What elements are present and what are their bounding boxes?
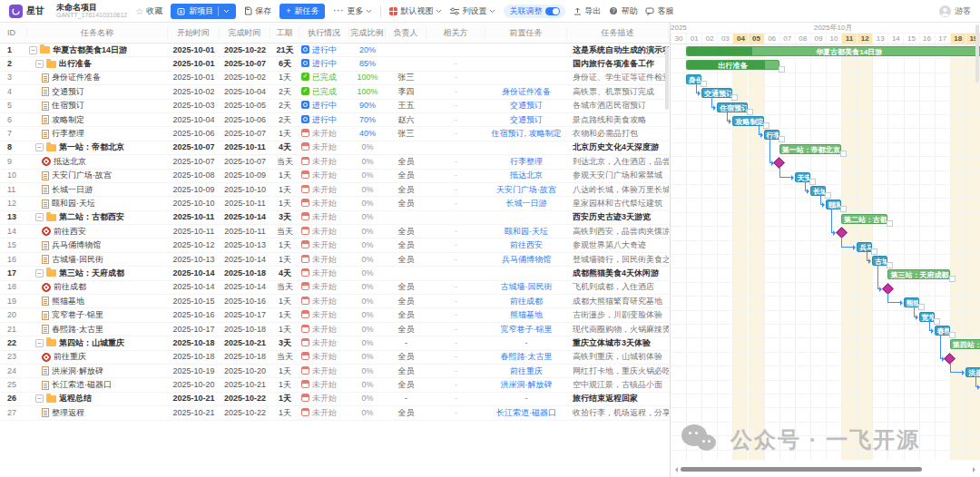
gantt-bar-task[interactable]: 春熙路·太古里 [935, 326, 950, 336]
gantt-bar-task[interactable]: 长城一日游 [810, 186, 826, 196]
table-row[interactable]: 17−第三站：天府成都2025-10-142025-10-184天未开始0%成都… [0, 267, 670, 280]
table-row[interactable]: 3身份证件准备2025-10-012025-10-021天已完成100%张三-身… [0, 72, 670, 85]
gantt-bar-task[interactable]: 行李整理 [764, 130, 779, 140]
predecessor-link[interactable]: 天安门广场·故宫 [485, 183, 567, 197]
predecessor-link[interactable]: - [485, 392, 567, 405]
predecessor-link[interactable]: 行李整理 [485, 155, 567, 169]
table-row[interactable]: 13−第二站：古都西安2025-10-112025-10-143天未开始0%西安… [0, 211, 670, 225]
predecessor-link[interactable]: 前往成都 [485, 295, 567, 308]
expand-toggle[interactable]: − [35, 60, 44, 68]
gantt-bar-group[interactable]: 第四站：山城重庆 [950, 339, 980, 349]
bar-resize-handle[interactable] [918, 304, 925, 310]
bar-resize-handle[interactable] [887, 262, 893, 268]
table-row[interactable]: 18前往成都2025-10-142025-10-14当天未开始0%全员-古城墙·… [0, 281, 670, 295]
predecessor-link[interactable]: - [485, 336, 567, 350]
gantt-bar-group[interactable]: 华夏古都美食14日游 [686, 46, 980, 56]
gantt-bar-task[interactable]: 住宿预订 [717, 102, 748, 112]
table-row[interactable]: 5住宿预订2025-10-032025-10-052天进行中90%王五-交通预订… [0, 100, 670, 113]
table-row[interactable]: 12颐和园·天坛2025-10-102025-10-111天未开始0%全员-长城… [0, 197, 670, 210]
bar-resize-handle[interactable] [779, 136, 785, 142]
predecessor-link[interactable]: 住宿预订, 攻略制定 [485, 127, 567, 141]
predecessor-link[interactable]: 颐和园·天坛 [485, 225, 567, 238]
table-row[interactable]: 1−华夏古都美食14日游2025-10-012025-10-2221天进行中20… [0, 44, 670, 57]
table-row[interactable]: 27整理返程2025-10-212025-10-221天未开始0%全员-长江索道… [0, 406, 670, 420]
bar-resize-handle[interactable] [779, 66, 785, 73]
predecessor-link[interactable]: 洪崖洞·解放碑 [485, 378, 567, 392]
new-project-button[interactable]: 新项目 [171, 4, 236, 19]
table-row[interactable]: 15兵马俑博物馆2025-10-122025-10-131天未开始0%全员-前往… [0, 238, 670, 252]
predecessor-link[interactable]: 交通预订 [485, 99, 567, 112]
expand-toggle[interactable]: − [35, 143, 44, 151]
gantt-bar-group[interactable]: 第三站：天府成都 [887, 269, 949, 279]
gantt-bar-task[interactable]: 交通预订 [701, 88, 732, 98]
bar-resize-handle[interactable] [747, 109, 753, 115]
predecessor-link[interactable]: 前往重庆 [485, 365, 567, 378]
gantt-bar-task[interactable]: 洪崖洞·解放碑 [965, 367, 980, 377]
table-row[interactable]: 9抵达北京2025-10-072025-10-07当天未开始0%全员-行李整理到… [0, 155, 670, 169]
gantt-vertical-scrollbar[interactable] [975, 24, 979, 83]
predecessor-link[interactable]: 熊猫基地 [485, 308, 567, 322]
bar-resize-handle[interactable] [887, 220, 893, 227]
toggle-on-icon[interactable] [545, 7, 560, 15]
predecessor-link[interactable]: 长江索道·磁器口 [485, 406, 567, 420]
expand-toggle[interactable]: − [29, 46, 37, 54]
predecessor-link[interactable]: 兵马俑博物馆 [485, 253, 567, 267]
bar-resize-handle[interactable] [701, 81, 707, 87]
table-row[interactable]: 24洪崖洞·解放碑2025-10-192025-10-201天未开始0%全员-前… [0, 365, 670, 378]
gantt-bar-task[interactable]: 天安门广场·故宫 [795, 172, 810, 182]
gantt-bar-group[interactable]: 第二站：古都西安 [841, 214, 887, 224]
bar-resize-handle[interactable] [825, 192, 831, 199]
scroll-left-arrow-icon[interactable] [672, 467, 678, 472]
table-row[interactable]: 22−第四站：山城重庆2025-10-182025-10-213天未开始0%--… [0, 336, 670, 350]
bar-resize-handle[interactable] [871, 248, 877, 255]
gantt-bar-task[interactable]: 熊猫基地 [904, 297, 919, 307]
default-view-button[interactable]: 默认视图 [389, 5, 442, 17]
link-adjust-toggle[interactable]: 关联调整 [504, 5, 565, 18]
user-menu[interactable]: 游客 [939, 5, 971, 17]
scrollbar-thumb[interactable] [681, 467, 922, 472]
expand-toggle[interactable]: − [35, 339, 44, 347]
bar-resize-handle[interactable] [949, 332, 956, 338]
table-vertical-scrollbar[interactable] [665, 46, 669, 110]
table-row[interactable]: 19熊猫基地2025-10-152025-10-161天未开始0%全员-前往成都… [0, 295, 670, 308]
save-button[interactable]: 保存 [244, 5, 271, 17]
table-row[interactable]: 10天安门广场·故宫2025-10-082025-10-091天未开始0%全员-… [0, 170, 670, 183]
help-button[interactable]: ? 帮助 [609, 5, 637, 17]
table-row[interactable]: 21春熙路·太古里2025-10-172025-10-181天未开始0%全员-宽… [0, 323, 670, 336]
gantt-horizontal-scrollbar[interactable] [672, 466, 978, 472]
predecessor-link[interactable]: 交通预订 [485, 113, 567, 127]
table-row[interactable]: 23前往重庆2025-10-182025-10-18当天未开始0%全员-春熙路·… [0, 351, 670, 365]
expand-toggle[interactable]: − [35, 269, 44, 277]
gantt-bar-group[interactable]: 出行准备 [686, 60, 779, 70]
bar-resize-handle[interactable] [934, 318, 940, 325]
table-row[interactable]: 14前往西安2025-10-112025-10-11当天未开始0%全员-颐和园·… [0, 225, 670, 238]
new-task-button[interactable]: + 新任务 [279, 4, 325, 19]
favorite-button[interactable]: ☆ 收藏 [135, 5, 162, 17]
table-row[interactable]: 7行李整理2025-10-062025-10-071天未开始40%张三-住宿预订… [0, 127, 670, 141]
predecessor-link[interactable]: 古城墙·回民街 [485, 280, 567, 294]
bar-resize-handle[interactable] [840, 206, 847, 212]
table-row[interactable]: 6攻略制定2025-10-042025-10-062天进行中70%赵六-交通预订… [0, 113, 670, 127]
predecessor-link[interactable]: 前往西安 [485, 238, 567, 252]
gantt-bar-task[interactable]: 兵马俑博物馆 [857, 242, 872, 252]
bar-resize-handle[interactable] [809, 179, 816, 185]
predecessor-link[interactable]: 身份证件准备 [485, 85, 567, 99]
predecessor-link[interactable]: 春熙路·太古里 [485, 350, 567, 364]
bar-resize-handle[interactable] [731, 94, 738, 101]
table-row[interactable]: 8−第一站：帝都北京2025-10-072025-10-114天未开始0%北京历… [0, 141, 670, 155]
predecessor-link[interactable]: 宽窄巷子·锦里 [485, 323, 567, 336]
gantt-bar-task[interactable]: 古城墙·回民街 [872, 256, 887, 266]
bar-resize-handle[interactable] [949, 276, 956, 282]
bar-resize-handle[interactable] [763, 122, 769, 129]
gantt-bar-task[interactable]: 身份证件准备 [686, 74, 701, 84]
expand-toggle[interactable]: − [35, 394, 44, 403]
bar-resize-handle[interactable] [840, 151, 847, 157]
more-button[interactable]: ··· 更多 [333, 5, 372, 17]
gantt-bar-task[interactable]: 宽窄巷子·锦里 [919, 312, 935, 322]
column-settings-button[interactable]: 列设置 [450, 5, 495, 17]
predecessor-link[interactable]: 长城一日游 [485, 197, 567, 210]
table-row[interactable]: 11长城一日游2025-10-092025-10-101天未开始0%全员-天安门… [0, 183, 670, 197]
table-row[interactable]: 26−返程总结2025-10-212025-10-221天未开始0%---旅行结… [0, 393, 670, 406]
expand-toggle[interactable]: − [35, 213, 44, 221]
predecessor-link[interactable]: 抵达北京 [485, 169, 567, 182]
